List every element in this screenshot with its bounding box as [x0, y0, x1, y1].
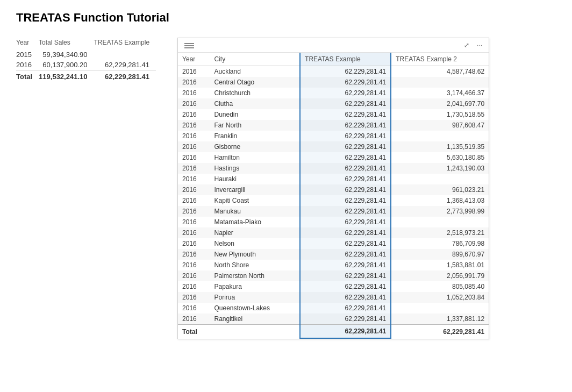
left-col-year-header: Year: [16, 38, 39, 49]
right-cell-ex1: 62,229,281.41: [300, 163, 391, 174]
right-table-row: 2016 Dunedin 62,229,281.41 1,730,518.55: [178, 109, 489, 120]
right-cell-city: New Plymouth: [210, 249, 300, 260]
right-table-row: 2016 Clutha 62,229,281.41 2,041,697.70: [178, 98, 489, 109]
right-cell-ex2: 1,368,413.03: [391, 195, 489, 206]
right-cell-ex2: 2,041,697.70: [391, 98, 489, 109]
right-cell-year: 2016: [178, 66, 210, 77]
right-table-row: 2016 Invercargill 62,229,281.41 961,023.…: [178, 184, 489, 195]
left-cell-year: 2016: [16, 60, 39, 70]
right-table-row: 2016 Hauraki 62,229,281.41: [178, 174, 489, 184]
left-table-row: 2015 59,394,340.90: [16, 49, 156, 60]
right-col-ex1-header: TREATAS Example: [300, 53, 391, 66]
right-table-row: 2016 Porirua 62,229,281.41 1,052,203.84: [178, 292, 489, 303]
right-cell-ex2: 4,587,748.62: [391, 66, 489, 77]
right-cell-year: 2016: [178, 292, 210, 303]
right-table-row: 2016 Napier 62,229,281.41 2,518,973.21: [178, 227, 489, 238]
right-cell-year: 2016: [178, 141, 210, 152]
right-cell-city: Franklin: [210, 131, 300, 141]
right-cell-ex1: 62,229,281.41: [300, 313, 391, 325]
right-cell-city: Hauraki: [210, 174, 300, 184]
right-cell-ex1: 62,229,281.41: [300, 238, 391, 249]
right-cell-ex2: 805,085.40: [391, 281, 489, 292]
right-cell-ex1: 62,229,281.41: [300, 249, 391, 260]
right-cell-year: 2016: [178, 163, 210, 174]
right-table-row: 2016 Rangitikei 62,229,281.41 1,337,881.…: [178, 313, 489, 325]
right-cell-ex1: 62,229,281.41: [300, 206, 391, 217]
right-cell-city: Nelson: [210, 238, 300, 249]
right-cell-city: North Shore: [210, 260, 300, 270]
right-cell-ex2: 1,730,518.55: [391, 109, 489, 120]
right-cell-ex2: 961,023.21: [391, 184, 489, 195]
right-cell-city: Dunedin: [210, 109, 300, 120]
right-cell-ex1: 62,229,281.41: [300, 292, 391, 303]
right-cell-city: Papakura: [210, 281, 300, 292]
right-cell-ex1: 62,229,281.41: [300, 66, 391, 77]
right-total-ex2: 62,229,281.41: [391, 325, 489, 339]
right-cell-year: 2016: [178, 184, 210, 195]
right-cell-city: Gisborne: [210, 141, 300, 152]
right-cell-ex2: [391, 217, 489, 227]
right-cell-city: Far North: [210, 120, 300, 131]
right-cell-ex1: 62,229,281.41: [300, 184, 391, 195]
left-table: Year Total Sales TREATAS Example 2015 59…: [16, 38, 156, 82]
page-title: TREATAS Function Tutorial: [16, 11, 556, 25]
right-cell-ex2: 1,243,190.03: [391, 163, 489, 174]
left-table-wrapper: Year Total Sales TREATAS Example 2015 59…: [16, 38, 156, 82]
right-cell-year: 2016: [178, 217, 210, 227]
right-table-row: 2016 Queenstown-Lakes 62,229,281.41: [178, 303, 489, 313]
right-cell-year: 2016: [178, 174, 210, 184]
left-total-treatas: 62,229,281.41: [94, 70, 156, 82]
menu-icon: [182, 43, 194, 48]
right-cell-ex1: 62,229,281.41: [300, 195, 391, 206]
right-cell-city: Central Otago: [210, 77, 300, 88]
right-table-row: 2016 Central Otago 62,229,281.41: [178, 77, 489, 88]
right-cell-city: Manukau: [210, 206, 300, 217]
right-table-row: 2016 Papakura 62,229,281.41 805,085.40: [178, 281, 489, 292]
left-cell-treatas: 62,229,281.41: [94, 60, 156, 70]
right-cell-city: Clutha: [210, 98, 300, 109]
right-cell-ex1: 62,229,281.41: [300, 281, 391, 292]
right-cell-ex2: 5,630,180.85: [391, 152, 489, 163]
right-cell-ex2: [391, 131, 489, 141]
right-cell-year: 2016: [178, 77, 210, 88]
right-cell-ex1: 62,229,281.41: [300, 152, 391, 163]
right-table-row: 2016 Kapiti Coast 62,229,281.41 1,368,41…: [178, 195, 489, 206]
right-cell-ex2: 1,337,881.12: [391, 313, 489, 325]
right-cell-year: 2016: [178, 270, 210, 281]
right-cell-ex1: 62,229,281.41: [300, 141, 391, 152]
right-cell-ex1: 62,229,281.41: [300, 270, 391, 281]
right-cell-ex2: 1,135,519.35: [391, 141, 489, 152]
left-total-sales: 119,532,241.10: [39, 70, 94, 82]
right-cell-year: 2016: [178, 131, 210, 141]
right-cell-ex1: 62,229,281.41: [300, 109, 391, 120]
right-cell-ex2: 899,670.97: [391, 249, 489, 260]
right-cell-ex1: 62,229,281.41: [300, 227, 391, 238]
right-cell-ex2: 987,608.47: [391, 120, 489, 131]
right-col-year-header: Year: [178, 53, 210, 66]
right-cell-ex1: 62,229,281.41: [300, 217, 391, 227]
expand-icon[interactable]: ⤢: [462, 40, 471, 50]
right-cell-ex2: 3,174,466.37: [391, 88, 489, 98]
left-col-treatas-header: TREATAS Example: [94, 38, 156, 49]
right-cell-year: 2016: [178, 206, 210, 217]
card-header: ⤢ ···: [178, 38, 489, 53]
content-area: Year Total Sales TREATAS Example 2015 59…: [16, 38, 556, 339]
right-cell-city: Invercargill: [210, 184, 300, 195]
right-cell-city: Kapiti Coast: [210, 195, 300, 206]
right-table-row: 2016 Nelson 62,229,281.41 786,709.98: [178, 238, 489, 249]
more-icon[interactable]: ···: [475, 40, 484, 50]
right-cell-city: Palmerston North: [210, 270, 300, 281]
left-table-row: 2016 60,137,900.20 62,229,281.41: [16, 60, 156, 70]
right-table-row: 2016 Hastings 62,229,281.41 1,243,190.03: [178, 163, 489, 174]
right-cell-ex1: 62,229,281.41: [300, 98, 391, 109]
right-cell-city: Napier: [210, 227, 300, 238]
right-cell-year: 2016: [178, 195, 210, 206]
right-cell-year: 2016: [178, 249, 210, 260]
right-cell-year: 2016: [178, 98, 210, 109]
right-total-label: Total: [178, 325, 300, 339]
right-table-wrapper[interactable]: Year City TREATAS Example TREATAS Exampl…: [178, 53, 489, 339]
right-col-city-header: City: [210, 53, 300, 66]
right-cell-city: Porirua: [210, 292, 300, 303]
right-table-row: 2016 Franklin 62,229,281.41: [178, 131, 489, 141]
left-col-totalsales-header: Total Sales: [39, 38, 94, 49]
